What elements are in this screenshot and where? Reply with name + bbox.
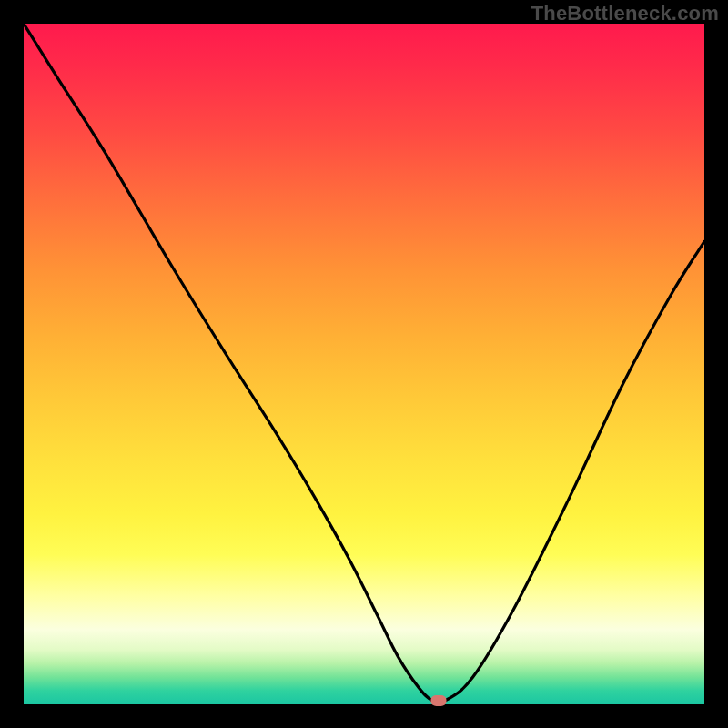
watermark-text: TheBottleneck.com [531,2,719,25]
chart-frame: TheBottleneck.com [0,0,728,728]
plot-area [24,24,704,704]
minimum-marker [431,695,447,706]
bottleneck-curve [24,24,704,704]
